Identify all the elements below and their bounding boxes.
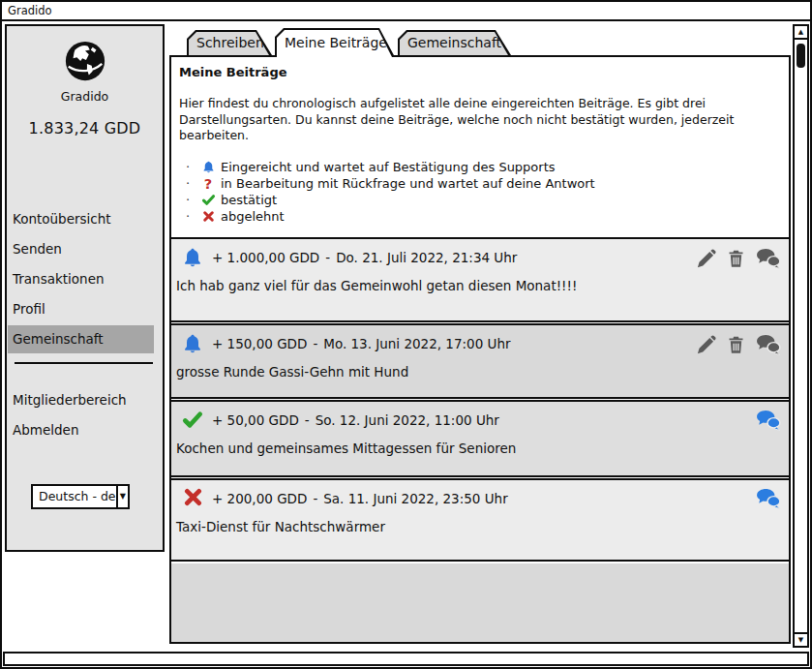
legend-icon-slot	[195, 193, 221, 207]
contribution-list: + 1.000,00 GDD-Do. 21. Juli 2022, 21:34 …	[171, 237, 789, 642]
sidebar-nav-item-label: Transaktionen	[13, 271, 105, 287]
card-actions	[695, 333, 781, 356]
status-legend: · Eingereicht und wartet auf Bestätigung…	[186, 159, 595, 225]
chat-icon	[755, 410, 781, 431]
logo	[7, 39, 163, 87]
legend-text: in Bearbeitung mit Rückfrage und wartet …	[221, 176, 595, 191]
tab[interactable]: Gemeinschaft	[398, 30, 511, 55]
check-icon	[200, 193, 217, 207]
chat-icon	[755, 248, 781, 269]
tab-label: Schreiben	[187, 30, 272, 55]
tab[interactable]: Schreiben	[187, 30, 272, 55]
legend-row: · abgelehnt	[186, 208, 595, 225]
sidebar-nav-item[interactable]: Gemeinschaft	[8, 325, 154, 353]
contribution-date: Do. 21. Juli 2022, 21:34 Uhr	[336, 250, 517, 265]
legend-text: abgelehnt	[221, 209, 285, 224]
status-icon-slot	[180, 487, 205, 507]
separator: -	[313, 491, 317, 506]
pencil-icon	[695, 334, 717, 356]
bell-icon	[201, 160, 216, 175]
legend-icon-slot: ?	[195, 177, 221, 191]
sidebar-nav-item-label: Senden	[13, 241, 62, 257]
trash-icon	[726, 247, 746, 270]
list-filler	[171, 563, 789, 642]
language-dropdown-value: Deutsch - de	[33, 486, 116, 507]
separator: -	[325, 250, 330, 265]
legend-row: · ? in Bearbeitung mit Rückfrage und war…	[186, 175, 595, 192]
intro-text: Hier findest du chronologisch aufgeliste…	[179, 96, 760, 144]
scrollbar-thumb[interactable]	[797, 44, 805, 68]
legend-icon-slot	[195, 210, 221, 223]
card-actions	[755, 488, 781, 509]
status-icon-slot	[180, 409, 205, 431]
trash-icon	[726, 333, 746, 356]
edit-button[interactable]	[695, 248, 717, 270]
scroll-down-button[interactable]: ▼	[795, 632, 807, 646]
legend-text: bestätigt	[221, 193, 277, 207]
contribution-date: Sa. 11. Juni 2022, 23:50 Uhr	[323, 491, 507, 506]
sidebar-secondary-nav: MitgliederbereichAbmelden	[7, 386, 163, 444]
question-icon: ?	[204, 177, 212, 191]
legend-row: · Eingereicht und wartet auf Bestätigung…	[186, 159, 595, 175]
contribution-date: So. 12. Juni 2022, 11:00 Uhr	[316, 412, 499, 428]
chat-icon	[755, 334, 781, 355]
main-panel: Meine Beiträge Hier findest du chronolog…	[169, 55, 791, 644]
separator: -	[313, 336, 317, 351]
scroll-up-button[interactable]: ▲	[795, 26, 807, 40]
sidebar-secondary-item[interactable]: Mitgliederbereich	[8, 386, 154, 414]
contribution-description: Ich hab ganz viel für das Gemeinwohl get…	[176, 278, 750, 293]
sidebar-secondary-item[interactable]: Abmelden	[8, 416, 154, 444]
status-bar	[3, 652, 809, 666]
separator: -	[305, 412, 310, 428]
contribution-amount: + 150,00 GDD	[212, 336, 307, 351]
legend-text: Eingereicht und wartet auf Bestätigung d…	[221, 160, 556, 174]
chat-button[interactable]	[755, 334, 781, 355]
card-actions	[695, 247, 781, 270]
sidebar-nav-item[interactable]: Senden	[8, 235, 154, 263]
dropdown-arrow-icon[interactable]: ▼	[116, 486, 128, 507]
chat-button[interactable]	[755, 488, 781, 509]
contribution-date: Mo. 13. Juni 2022, 17:00 Uhr	[323, 336, 510, 351]
legend-icon-slot	[195, 160, 221, 175]
contribution-card: + 1.000,00 GDD-Do. 21. Juli 2022, 21:34 …	[171, 237, 789, 322]
contribution-card: + 50,00 GDD-So. 12. Juni 2022, 11:00 Uhr	[171, 400, 789, 477]
page-title: Meine Beiträge	[179, 65, 287, 79]
bell-icon	[181, 246, 204, 271]
contribution-amount: + 50,00 GDD	[212, 412, 299, 428]
contribution-header: + 150,00 GDD-Mo. 13. Juni 2022, 17:00 Uh…	[212, 336, 511, 351]
bullet: ·	[186, 176, 195, 191]
tab[interactable]: Meine Beiträge	[275, 28, 395, 57]
legend-row: · bestätigt	[186, 192, 595, 208]
window-title: Gradido	[8, 4, 52, 17]
sidebar-nav-item[interactable]: Transaktionen	[8, 265, 154, 293]
cross-icon	[202, 210, 215, 223]
sidebar-nav-item[interactable]: Kontoübersicht	[8, 205, 154, 233]
sidebar-nav-item-label: Profil	[13, 301, 45, 317]
contribution-header: + 50,00 GDD-So. 12. Juni 2022, 11:00 Uhr	[212, 412, 499, 428]
vertical-scrollbar: ▲ ▼	[793, 24, 809, 648]
app-window: Gradido Gradido 1.833,24 GDD Kontoübersi…	[0, 0, 812, 669]
sidebar-secondary-item-label: Abmelden	[13, 422, 78, 438]
contribution-description: Kochen und gemeinsames Mittagessen für S…	[176, 441, 750, 456]
edit-button[interactable]	[695, 334, 717, 356]
chat-icon	[755, 488, 781, 509]
contribution-card: + 200,00 GDD-Sa. 11. Juni 2022, 23:50 Uh…	[171, 478, 789, 562]
globe-icon	[63, 39, 107, 83]
sidebar-nav-item-label: Gemeinschaft	[13, 331, 104, 347]
chat-button[interactable]	[755, 248, 781, 269]
tab-label: Meine Beiträge	[275, 28, 395, 57]
delete-button[interactable]	[726, 247, 746, 270]
status-icon-slot	[180, 332, 205, 357]
language-dropdown[interactable]: Deutsch - de ▼	[31, 484, 130, 509]
sidebar-nav-item-label: Kontoübersicht	[13, 211, 111, 227]
contribution-header: + 200,00 GDD-Sa. 11. Juni 2022, 23:50 Uh…	[212, 491, 508, 506]
contribution-amount: + 200,00 GDD	[212, 491, 307, 506]
sidebar-nav: KontoübersichtSendenTransaktionenProfilG…	[7, 205, 163, 353]
pencil-icon	[695, 248, 717, 270]
status-icon-slot	[180, 246, 205, 271]
delete-button[interactable]	[726, 333, 746, 356]
account-balance: 1.833,24 GDD	[7, 119, 163, 137]
chat-button[interactable]	[755, 410, 781, 431]
sidebar-nav-item[interactable]: Profil	[8, 295, 154, 323]
contribution-card: + 150,00 GDD-Mo. 13. Juni 2022, 17:00 Uh…	[171, 323, 789, 399]
